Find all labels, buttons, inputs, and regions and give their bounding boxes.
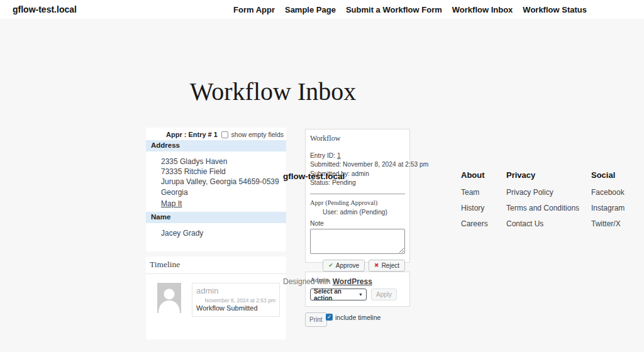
avatar (157, 283, 181, 313)
footer-link-twitter[interactable]: Twitter/X (591, 219, 625, 228)
entry-id-link[interactable]: 1 (337, 152, 341, 159)
workflow-box: Workflow Entry ID: 1 Submitted: November… (305, 129, 410, 263)
submitted-line: Submitted: November 8, 2024 at 2:53 pm (310, 160, 405, 169)
nav-item-workflow-status[interactable]: Workflow Status (523, 5, 587, 14)
nav-item-workflow-inbox[interactable]: Workflow Inbox (452, 5, 513, 14)
workflow-divider (310, 194, 405, 194)
address-line: 73335 Ritchie Field (161, 167, 286, 177)
approve-label: Approve (336, 262, 359, 269)
address-line: 2335 Gladys Haven (161, 157, 286, 167)
show-empty-fields-label: show empty fields (231, 131, 284, 138)
entry-header-row: Appr : Entry # 1 show empty fields (146, 128, 286, 140)
step-title: Appr (Pending Approval) (310, 199, 405, 206)
top-bar: gflow-test.local Form Appr Sample Page S… (0, 0, 644, 19)
address-section-header: Address (146, 140, 286, 151)
show-empty-fields-checkbox[interactable] (221, 131, 228, 138)
page-title: Workflow Inbox (147, 77, 399, 106)
footer-heading-privacy: Privacy (506, 170, 579, 180)
person-silhouette-icon (157, 283, 181, 313)
step-user-line: User: admin (Pending) (323, 209, 405, 216)
timeline-title: Timeline (146, 256, 286, 274)
entry-title: Appr : Entry # 1 (166, 131, 218, 138)
footer-link-terms[interactable]: Terms and Conditions (506, 204, 579, 212)
timeline-date: November 8, 2024 at 2:53 pm (196, 297, 275, 304)
footer-site-title[interactable]: gflow-test.local (283, 172, 345, 181)
footer-heading-social: Social (591, 170, 625, 180)
nav-item-form-appr[interactable]: Form Appr (233, 5, 275, 14)
site-title[interactable]: gflow-test.local (13, 0, 77, 19)
footer-link-history[interactable]: History (461, 204, 488, 212)
timeline-entry: admin November 8, 2024 at 2:53 pm Workfl… (192, 283, 280, 317)
admin-action-select-value: Select an action (314, 288, 358, 302)
chevron-down-icon: ▼ (358, 292, 363, 297)
footer-link-team[interactable]: Team (461, 188, 488, 197)
footer-link-instagram[interactable]: Instagram (591, 204, 625, 212)
reject-label: Reject (382, 262, 399, 269)
check-icon: ✔ (328, 262, 333, 268)
footer-column-social: Social Facebook Instagram Twitter/X (591, 170, 625, 235)
timeline-text: Workflow Submitted (196, 304, 275, 312)
include-timeline-checkbox[interactable]: ✓ (326, 314, 333, 321)
footer-heading-about: About (461, 170, 488, 180)
x-icon: ✖ (374, 262, 379, 268)
map-it-link[interactable]: Map It (161, 199, 182, 209)
timeline-author: admin (196, 286, 275, 295)
footer-column-about: About Team History Careers (461, 170, 488, 235)
entry-id-label: Entry ID: (310, 152, 335, 159)
include-timeline-label: include timeline (335, 314, 380, 321)
address-section-body: 2335 Gladys Haven 73335 Ritchie Field Ju… (146, 151, 286, 212)
footer-link-privacy-policy[interactable]: Privacy Policy (506, 188, 579, 197)
approve-button[interactable]: ✔ Approve (323, 260, 365, 272)
nav-item-sample-page[interactable]: Sample Page (285, 5, 336, 14)
entry-id-line: Entry ID: 1 (310, 151, 405, 160)
nav-item-submit-workflow-form[interactable]: Submit a Workflow Form (346, 5, 442, 14)
note-textarea[interactable] (310, 229, 405, 254)
wordpress-link[interactable]: WordPress (333, 277, 372, 286)
address-line: Jurupa Valley, Georgia 54659-0539 (161, 177, 286, 187)
workflow-box-title: Workflow (310, 134, 405, 143)
designed-with-wordpress: Designed with WordPress (283, 277, 372, 286)
footer-link-contact-us[interactable]: Contact Us (506, 219, 579, 228)
top-navigation: Form Appr Sample Page Submit a Workflow … (233, 0, 587, 19)
admin-action-select[interactable]: Select an action ▼ (310, 289, 367, 300)
timeline-panel: Timeline admin November 8, 2024 at 2:53 … (146, 256, 286, 339)
reject-button[interactable]: ✖ Reject (369, 260, 405, 272)
address-line: Georgia (161, 187, 286, 197)
print-button[interactable]: Print (305, 312, 327, 327)
apply-button[interactable]: Apply (371, 289, 397, 300)
footer-link-facebook[interactable]: Facebook (591, 188, 625, 197)
designed-with-prefix: Designed with (283, 277, 330, 286)
entry-detail-panel: Appr : Entry # 1 show empty fields Addre… (146, 128, 286, 251)
footer-column-privacy: Privacy Privacy Policy Terms and Conditi… (506, 170, 579, 235)
footer-link-careers[interactable]: Careers (461, 219, 488, 228)
note-label: Note (310, 220, 405, 227)
name-section-header: Name (146, 212, 286, 223)
name-value: Jacey Grady (161, 228, 286, 238)
